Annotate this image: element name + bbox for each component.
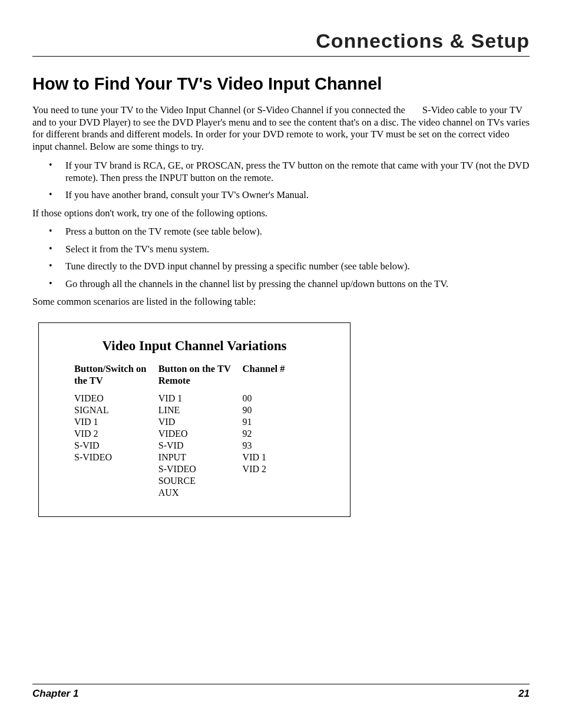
chapter-header: Connections & Setup bbox=[32, 29, 530, 52]
table-col2-values: VID 1 LINE VID VIDEO S-VID INPUT S-VIDEO… bbox=[158, 393, 243, 499]
variations-table: Button/Switch on the TV Button on the TV… bbox=[74, 363, 315, 499]
list-item: Go through all the channels in the chann… bbox=[32, 278, 530, 290]
list-item: If you have another brand, consult your … bbox=[32, 189, 530, 201]
bullet-list-1: If your TV brand is RCA, GE, or PROSCAN,… bbox=[32, 159, 530, 202]
table-col3-values: 00 90 91 92 93 VID 1 VID 2 bbox=[243, 393, 315, 499]
list-item: Press a button on the TV remote (see tab… bbox=[32, 225, 530, 238]
page-footer: Chapter 1 21 bbox=[32, 684, 530, 700]
list-item: Select it from the TV's menu system. bbox=[32, 243, 530, 255]
table-header-col3: Channel # bbox=[243, 363, 315, 393]
header-rule bbox=[32, 56, 530, 57]
list-item: Tune directly to the DVD input channel b… bbox=[32, 260, 530, 272]
list-item: If your TV brand is RCA, GE, or PROSCAN,… bbox=[32, 159, 530, 185]
middle-paragraph: If those options don't work, try one of … bbox=[32, 207, 530, 220]
variations-table-box: Video Input Channel Variations Button/Sw… bbox=[38, 322, 351, 517]
table-col1-values: VIDEO SIGNAL VID 1 VID 2 S-VID S-VIDEO bbox=[74, 393, 158, 499]
closing-paragraph: Some common scenarios are listed in the … bbox=[32, 296, 530, 308]
footer-chapter: Chapter 1 bbox=[32, 688, 78, 700]
section-title: How to Find Your TV's Video Input Channe… bbox=[32, 74, 530, 94]
intro-paragraph: You need to tune your TV to the Video In… bbox=[32, 104, 530, 153]
table-header-col2: Button on the TV Remote bbox=[158, 363, 243, 393]
bullet-list-2: Press a button on the TV remote (see tab… bbox=[32, 225, 530, 290]
table-title: Video Input Channel Variations bbox=[74, 338, 315, 354]
footer-page-number: 21 bbox=[518, 688, 530, 700]
table-header-col1: Button/Switch on the TV bbox=[74, 363, 158, 393]
